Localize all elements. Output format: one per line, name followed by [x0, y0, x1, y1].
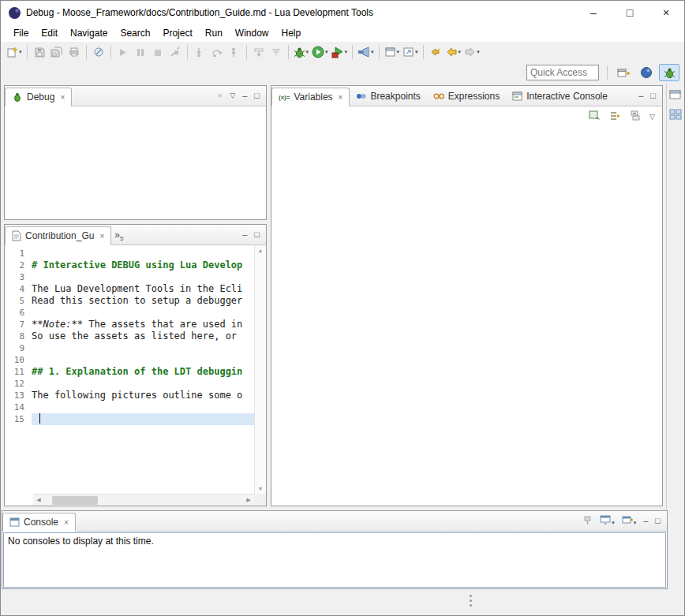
- menu-help[interactable]: Help: [275, 25, 308, 41]
- close-icon[interactable]: ×: [339, 93, 343, 102]
- use-step-filters-button[interactable]: [268, 43, 285, 61]
- new-wizard-menu-button[interactable]: ▾: [383, 43, 402, 61]
- tab-breakpoints[interactable]: Breakpoints: [350, 87, 426, 106]
- editor-vertical-scrollbar[interactable]: ▲ ▼: [254, 245, 266, 494]
- editor-content[interactable]: 1 2# Interactive DEBUG using Lua Develop…: [5, 245, 266, 506]
- chevron-down-icon[interactable]: ▾: [477, 49, 480, 55]
- editor-line[interactable]: 11## 1. Explanation of the LDT debuggin: [5, 366, 254, 378]
- scroll-down-icon[interactable]: ▼: [258, 486, 264, 491]
- scroll-right-icon[interactable]: ▶: [243, 497, 254, 503]
- lua-perspective-button[interactable]: [636, 64, 657, 81]
- maximize-icon[interactable]: □: [650, 91, 656, 100]
- back-button[interactable]: ▾: [444, 43, 463, 61]
- quick-access-input[interactable]: Quick Access: [526, 65, 599, 80]
- chevron-down-icon[interactable]: ▾: [371, 49, 374, 55]
- editor-line[interactable]: 2# Interactive DEBUG using Lua Develop: [5, 259, 254, 271]
- editor-line[interactable]: 4The Lua Development Tools in the Ecli: [5, 283, 254, 295]
- tab-console[interactable]: Console ×: [2, 513, 76, 532]
- editor-lines[interactable]: 1 2# Interactive DEBUG using Lua Develop…: [5, 248, 254, 494]
- show-logical-structures-button[interactable]: [609, 110, 622, 124]
- scrollbar-thumb[interactable]: [52, 496, 98, 505]
- menu-run[interactable]: Run: [199, 25, 229, 41]
- disconnect-button[interactable]: [167, 43, 184, 61]
- editor-line[interactable]: 7**Note:** The assets that are used in: [5, 319, 254, 330]
- close-icon[interactable]: ×: [60, 93, 65, 102]
- editor-line[interactable]: 8So use the assets as listed here, or: [5, 330, 254, 342]
- menu-edit[interactable]: Edit: [35, 25, 64, 41]
- variables-view-content[interactable]: [271, 127, 662, 506]
- print-button[interactable]: [66, 43, 83, 61]
- step-return-button[interactable]: [226, 43, 243, 61]
- editor-line[interactable]: 1: [5, 248, 254, 259]
- chevron-down-icon[interactable]: ▾: [415, 49, 418, 55]
- restore-view-button[interactable]: [668, 88, 683, 102]
- tab-expressions[interactable]: Expressions: [427, 87, 506, 106]
- editor-line[interactable]: 12: [5, 378, 254, 390]
- window-close-button[interactable]: ×: [648, 1, 684, 24]
- chevron-down-icon[interactable]: ▾: [634, 520, 637, 525]
- open-search-button[interactable]: ▾: [356, 43, 376, 61]
- menu-search[interactable]: Search: [114, 25, 156, 41]
- minimize-icon[interactable]: –: [242, 91, 247, 100]
- tab-contribution-guide[interactable]: Contribution_Gu ×: [5, 226, 111, 245]
- resume-button[interactable]: [114, 43, 132, 61]
- forward-button[interactable]: ▾: [462, 43, 481, 61]
- minimize-icon[interactable]: –: [638, 91, 643, 100]
- editor-line[interactable]: 13The following pictures outline some o: [5, 390, 254, 401]
- minimize-icon[interactable]: –: [643, 517, 648, 525]
- chevron-down-icon[interactable]: ▾: [612, 520, 615, 525]
- terminate-button[interactable]: [149, 43, 167, 61]
- tab-debug[interactable]: Debug ×: [5, 88, 72, 106]
- chevron-down-icon[interactable]: ▾: [325, 49, 328, 55]
- menu-file[interactable]: File: [7, 25, 35, 41]
- view-menu-icon[interactable]: ▽: [230, 92, 235, 99]
- editor-horizontal-scrollbar[interactable]: ◀ ▶: [33, 494, 254, 506]
- scroll-left-icon[interactable]: ◀: [33, 497, 44, 503]
- menu-navigate[interactable]: Navigate: [64, 25, 114, 41]
- external-tools-button[interactable]: ▾: [330, 43, 350, 61]
- drop-to-frame-button[interactable]: [250, 43, 268, 61]
- window-minimize-button[interactable]: –: [575, 1, 612, 24]
- editor-line[interactable]: 14: [5, 401, 254, 413]
- tab-variables[interactable]: (x)= Variables ×: [271, 88, 350, 106]
- open-element-button[interactable]: ▾: [401, 43, 420, 61]
- status-sash-handle[interactable]: [470, 595, 472, 607]
- pin-console-button[interactable]: [582, 515, 593, 528]
- skip-all-breakpoints-button[interactable]: [90, 43, 107, 61]
- save-button[interactable]: [31, 43, 48, 61]
- editor-line[interactable]: 15: [5, 413, 254, 425]
- chevron-down-icon[interactable]: ▾: [459, 49, 462, 55]
- collapse-all-button[interactable]: [630, 110, 642, 124]
- editor-line[interactable]: 9: [5, 342, 254, 354]
- tab-overflow[interactable]: » 5: [111, 229, 126, 245]
- last-edit-location-button[interactable]: [427, 43, 444, 61]
- maximize-icon[interactable]: □: [254, 230, 260, 239]
- remove-all-terminated-icon[interactable]: ×: [218, 91, 223, 100]
- editor-line[interactable]: 3: [5, 271, 254, 283]
- scroll-up-icon[interactable]: ▲: [258, 248, 264, 253]
- chevron-down-icon[interactable]: ▾: [345, 49, 348, 55]
- save-all-button[interactable]: [48, 43, 66, 61]
- editor-line[interactable]: 10: [5, 354, 254, 366]
- close-icon[interactable]: ×: [99, 232, 104, 241]
- suspend-button[interactable]: [132, 43, 149, 61]
- open-perspective-button[interactable]: [613, 64, 634, 81]
- editor-line[interactable]: 5Read this section to setup a debugger: [5, 295, 254, 307]
- step-into-button[interactable]: [191, 43, 208, 61]
- maximize-icon[interactable]: □: [655, 517, 661, 525]
- minimize-icon[interactable]: –: [242, 230, 247, 239]
- chevron-down-icon[interactable]: ▾: [306, 49, 309, 55]
- chevron-down-icon[interactable]: ▾: [19, 49, 22, 55]
- window-maximize-button[interactable]: □: [612, 1, 648, 24]
- show-type-names-button[interactable]: [589, 110, 601, 124]
- display-selected-console-button[interactable]: ▾: [600, 515, 615, 527]
- tab-interactive-console[interactable]: Interactive Console: [506, 87, 614, 106]
- restore-view-button[interactable]: [668, 107, 683, 121]
- console-content[interactable]: No consoles to display at this time.: [3, 532, 666, 588]
- close-icon[interactable]: ×: [64, 518, 69, 527]
- maximize-icon[interactable]: □: [254, 91, 260, 100]
- menu-project[interactable]: Project: [156, 25, 198, 41]
- run-button[interactable]: ▾: [310, 43, 330, 61]
- editor-line[interactable]: 6: [5, 307, 254, 319]
- menu-window[interactable]: Window: [229, 25, 275, 41]
